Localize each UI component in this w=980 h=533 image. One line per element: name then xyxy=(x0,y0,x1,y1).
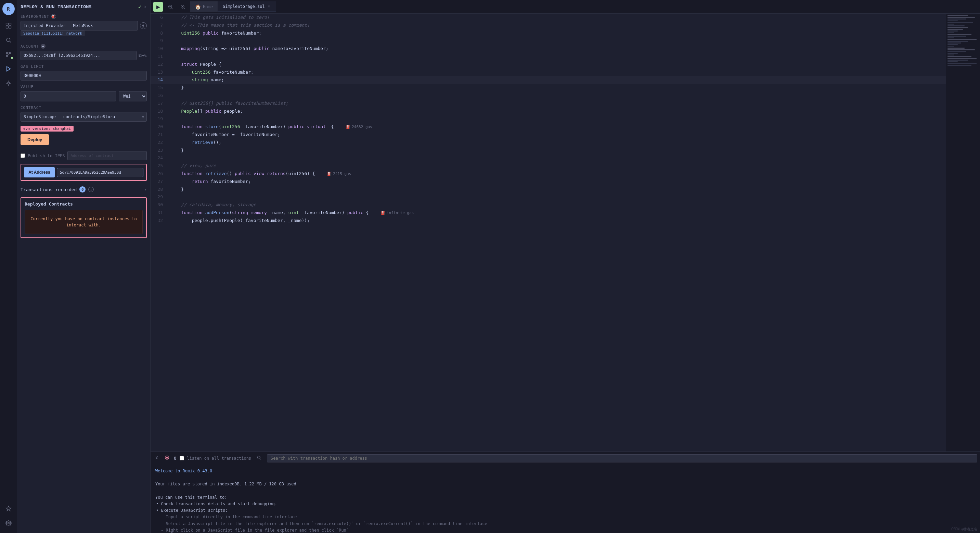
listen-row: listen on all transactions xyxy=(180,456,251,461)
network-badge: Sepolia (11155111) network xyxy=(21,30,85,36)
svg-rect-3 xyxy=(8,26,11,29)
at-address-button[interactable]: At Address xyxy=(24,167,55,177)
zoom-in-button[interactable] xyxy=(178,2,188,12)
search-tx-input[interactable] xyxy=(267,454,977,463)
collapse-all-button[interactable] xyxy=(153,454,160,462)
publish-ipfs-label: Publish to IPFS xyxy=(28,153,65,158)
tabs-bar: 🏠 Home SimpleStorage.sol ✕ xyxy=(190,2,977,12)
code-line-6: 6 // This gets initialized to zero! xyxy=(151,14,946,22)
listen-all-transactions-checkbox[interactable] xyxy=(180,456,184,460)
svg-line-22 xyxy=(260,459,261,460)
top-toolbar: ▶ 🏠 Home SimpleStorage.sol ✕ xyxy=(151,0,980,14)
zoom-out-button[interactable] xyxy=(165,2,175,12)
settings-icon-btn[interactable] xyxy=(2,517,15,530)
simplestorage-tab[interactable]: SimpleStorage.sol ✕ xyxy=(218,2,276,12)
terminal-line-2 xyxy=(155,488,975,494)
svg-point-4 xyxy=(6,38,10,42)
terminal-welcome: Welcome to Remix 0.43.0 xyxy=(155,468,975,474)
terminal-storage-info: Your files are stored in indexedDB. 1.22… xyxy=(155,481,975,487)
code-line-28: 28 } xyxy=(151,186,946,193)
code-editor[interactable]: 6 // This gets initialized to zero! 7 //… xyxy=(151,14,946,452)
terminal[interactable]: Welcome to Remix 0.43.0 Your files are s… xyxy=(151,464,980,533)
code-line-14: 14 string name; xyxy=(151,76,946,84)
value-row: Wei Gwei Finney Ether xyxy=(21,91,147,101)
tx-expand-arrow[interactable]: › xyxy=(144,187,147,192)
search-tx-icon[interactable] xyxy=(255,454,264,462)
tx-info-icon[interactable]: i xyxy=(88,187,94,192)
environment-info-icon[interactable]: ⛽ xyxy=(51,14,56,19)
run-button[interactable]: ▶ xyxy=(153,2,163,12)
check-icon[interactable]: ✓ xyxy=(138,3,142,10)
home-tab-icon: 🏠 xyxy=(195,4,201,10)
svg-marker-9 xyxy=(6,67,10,71)
contract-select[interactable]: SimpleStorage - contracts/SimpleStora xyxy=(21,112,147,121)
tx-count-badge: 0 xyxy=(80,186,86,193)
deploy-icon-btn[interactable] xyxy=(2,62,15,75)
terminal-usage-1: • Check transactions details and start d… xyxy=(155,501,975,507)
debug-icon-btn[interactable] xyxy=(2,77,15,90)
deployed-contracts-title: Deployed Contracts xyxy=(25,201,143,207)
code-line-7: 7 // <- This means that this section is … xyxy=(151,22,946,29)
terminal-line-1 xyxy=(155,474,975,481)
app-logo: R xyxy=(2,3,15,15)
environment-select[interactable]: Injected Provider - MetaMask xyxy=(21,21,138,30)
account-select[interactable]: 0xb82...c428f (2.59621451924... xyxy=(21,51,137,60)
value-group: VALUE Wei Gwei Finney Ether xyxy=(21,85,147,101)
account-action-icons: ⧉ ✎ xyxy=(138,53,147,59)
publish-row: Publish to IPFS Address of contract xyxy=(21,151,147,160)
code-line-9: 9 xyxy=(151,37,946,45)
code-line-20: 20 function store(uint256 _favoriteNumbe… xyxy=(151,123,946,131)
code-line-17: 17 // uint256[] public favoriteNumbersLi… xyxy=(151,100,946,108)
deployed-contracts-section: Deployed Contracts Currently you have no… xyxy=(21,197,147,238)
address-placeholder: Address of contract xyxy=(67,151,147,160)
edit-address-icon[interactable]: ✎ xyxy=(144,53,147,59)
copy-address-icon[interactable]: ⧉ xyxy=(138,53,142,59)
value-label: VALUE xyxy=(21,85,147,89)
minimap xyxy=(946,14,980,452)
code-line-18: 18 People[] public people; xyxy=(151,108,946,115)
account-group: ACCOUNT + 0xb82...c428f (2.59621451924..… xyxy=(21,44,147,60)
publish-ipfs-checkbox[interactable] xyxy=(21,153,25,158)
panel-header-icons: ✓ › xyxy=(138,3,147,10)
home-tab[interactable]: 🏠 Home xyxy=(190,2,218,12)
evm-badge: evm version: shanghai xyxy=(21,126,73,132)
deploy-button[interactable]: Deploy xyxy=(21,134,49,145)
at-address-input[interactable] xyxy=(57,168,143,177)
icon-bar: R xyxy=(0,0,17,533)
bottom-toolbar: 0 listen on all transactions xyxy=(151,452,980,464)
gas-limit-label: GAS LIMIT xyxy=(21,64,147,69)
code-line-24: 24 xyxy=(151,154,946,162)
code-line-23: 23 } xyxy=(151,147,946,155)
svg-line-5 xyxy=(10,41,11,43)
main-area: ▶ 🏠 Home SimpleStorage.sol ✕ xyxy=(151,0,980,533)
env-info-btn[interactable]: i xyxy=(140,22,147,29)
plugin-icon-btn[interactable] xyxy=(2,502,15,515)
terminal-sub-3: - Right click on a JavaScript file in th… xyxy=(155,527,975,533)
svg-point-6 xyxy=(6,52,8,54)
files-icon-btn[interactable] xyxy=(2,19,15,32)
svg-rect-20 xyxy=(166,457,168,458)
value-input[interactable] xyxy=(21,91,116,101)
account-plus-icon[interactable]: + xyxy=(41,44,46,49)
value-unit-select[interactable]: Wei Gwei Finney Ether xyxy=(119,91,147,101)
no-contracts-message: Currently you have no contract instances… xyxy=(25,210,143,234)
code-line-11: 11 xyxy=(151,53,946,61)
arrow-icon[interactable]: › xyxy=(143,3,147,10)
stop-button[interactable] xyxy=(164,454,170,462)
svg-point-21 xyxy=(257,456,260,459)
svg-line-14 xyxy=(172,8,173,9)
simplestorage-tab-close[interactable]: ✕ xyxy=(267,4,271,9)
gas-limit-group: GAS LIMIT xyxy=(21,64,147,80)
environment-select-wrapper: Injected Provider - MetaMask ▼ i xyxy=(21,21,147,30)
panel-title: DEPLOY & RUN TRANSACTIONS xyxy=(21,4,92,9)
editor-area: 6 // This gets initialized to zero! 7 //… xyxy=(151,14,980,533)
svg-line-18 xyxy=(184,8,185,9)
code-line-10: 10 mapping(string => uint256) public nam… xyxy=(151,45,946,53)
search-icon-btn[interactable] xyxy=(2,34,15,46)
terminal-usage-2: • Execute JavaScript scripts: xyxy=(155,507,975,514)
minimap-content xyxy=(946,14,980,68)
terminal-sub-1: - Input a script directly in the command… xyxy=(155,514,975,520)
gas-limit-input[interactable] xyxy=(21,71,147,80)
code-line-15: 15 } xyxy=(151,84,946,92)
source-control-icon-btn[interactable] xyxy=(2,48,15,61)
